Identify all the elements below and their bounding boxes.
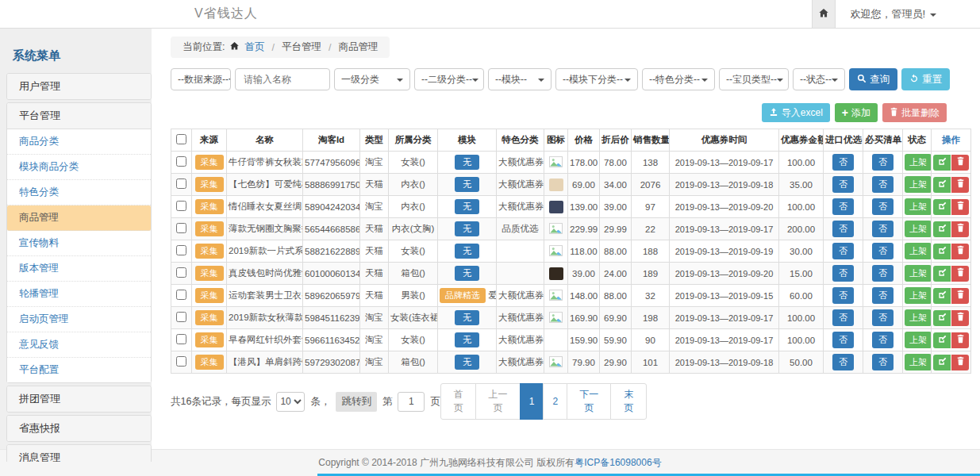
- module-badge[interactable]: 品牌精选: [440, 288, 486, 303]
- edit-button[interactable]: [933, 310, 951, 326]
- pagination-button[interactable]: 上一页: [475, 383, 520, 420]
- import-select-toggle[interactable]: 否: [832, 354, 854, 370]
- sidebar-item[interactable]: 启动页管理: [7, 307, 151, 332]
- edit-button[interactable]: [933, 177, 951, 193]
- sidebar-item[interactable]: 平台配置: [7, 358, 151, 382]
- must-buy-toggle[interactable]: 否: [872, 332, 894, 348]
- status-button[interactable]: 上架: [905, 198, 932, 215]
- bulk-delete-button[interactable]: 批量删除: [882, 103, 947, 122]
- sidebar-item[interactable]: 轮播管理: [7, 282, 151, 307]
- user-menu[interactable]: 欢迎您，管理员!: [836, 7, 980, 21]
- edit-button[interactable]: [933, 221, 951, 237]
- name-search-input[interactable]: [235, 68, 330, 90]
- import-select-toggle[interactable]: 否: [832, 309, 854, 326]
- module-badge[interactable]: 无: [455, 310, 479, 325]
- row-checkbox[interactable]: [176, 312, 186, 322]
- filter-select-module[interactable]: --模块--: [488, 68, 551, 90]
- status-button[interactable]: 上架: [905, 265, 932, 282]
- must-buy-toggle[interactable]: 否: [872, 287, 894, 304]
- filter-select-item-type[interactable]: --宝贝类型--: [719, 68, 789, 90]
- module-badge[interactable]: 无: [455, 221, 479, 236]
- pagination-button[interactable]: 首页: [440, 383, 477, 420]
- delete-button[interactable]: [951, 221, 969, 237]
- edit-button[interactable]: [933, 332, 951, 348]
- must-buy-toggle[interactable]: 否: [872, 309, 894, 326]
- breadcrumb-home-link[interactable]: 首页: [244, 40, 264, 54]
- page-size-select[interactable]: 10: [276, 392, 305, 412]
- pagination-button[interactable]: 末页: [610, 383, 647, 420]
- reset-button[interactable]: 重置: [901, 68, 950, 90]
- import-select-toggle[interactable]: 否: [832, 243, 854, 259]
- pagination-button[interactable]: 1: [520, 383, 544, 420]
- must-buy-toggle[interactable]: 否: [872, 354, 894, 370]
- module-badge[interactable]: 无: [455, 244, 479, 259]
- import-select-toggle[interactable]: 否: [832, 265, 854, 282]
- search-button[interactable]: 查询: [849, 68, 897, 90]
- module-badge[interactable]: 无: [455, 266, 479, 281]
- row-checkbox[interactable]: [176, 290, 186, 300]
- row-checkbox[interactable]: [176, 201, 186, 211]
- module-badge[interactable]: 无: [455, 177, 479, 192]
- sidebar-item[interactable]: 宣传物料: [7, 231, 151, 256]
- filter-select-module-sub-category[interactable]: --模块下分类--: [555, 68, 638, 90]
- row-checkbox[interactable]: [176, 356, 186, 367]
- import-select-toggle[interactable]: 否: [832, 198, 854, 215]
- module-badge[interactable]: 无: [455, 155, 479, 170]
- status-button[interactable]: 上架: [905, 176, 932, 193]
- row-checkbox[interactable]: [176, 178, 186, 189]
- filter-select-level2-category[interactable]: --二级分类--: [414, 68, 484, 90]
- must-buy-toggle[interactable]: 否: [872, 243, 894, 259]
- filter-select-feature-category[interactable]: --特色分类--: [642, 68, 715, 90]
- must-buy-toggle[interactable]: 否: [872, 154, 894, 171]
- edit-button[interactable]: [933, 199, 951, 215]
- import-select-toggle[interactable]: 否: [832, 287, 854, 304]
- sidebar-group-header[interactable]: 拼团管理: [7, 386, 151, 412]
- status-button[interactable]: 上架: [905, 332, 932, 348]
- delete-button[interactable]: [951, 355, 969, 370]
- edit-button[interactable]: [933, 244, 951, 259]
- delete-button[interactable]: [951, 332, 969, 348]
- import-select-toggle[interactable]: 否: [832, 332, 854, 348]
- sidebar-item[interactable]: 版本管理: [7, 256, 151, 282]
- status-button[interactable]: 上架: [905, 154, 932, 171]
- jump-to-button[interactable]: 跳转到: [336, 392, 377, 412]
- filter-select-data-source[interactable]: --数据来源--: [171, 68, 231, 90]
- sidebar-item[interactable]: 商品分类: [7, 129, 151, 155]
- must-buy-toggle[interactable]: 否: [872, 265, 894, 282]
- select-all-checkbox[interactable]: [176, 134, 186, 144]
- module-badge[interactable]: 无: [455, 332, 479, 347]
- row-checkbox[interactable]: [176, 267, 186, 278]
- sidebar-group-header[interactable]: 消息管理: [7, 445, 151, 462]
- icp-link[interactable]: 粤ICP备16098006号: [575, 456, 661, 470]
- module-badge[interactable]: 无: [455, 199, 479, 214]
- filter-select-status[interactable]: --状态--: [793, 68, 845, 90]
- delete-button[interactable]: [951, 288, 969, 304]
- jump-page-input[interactable]: [398, 392, 425, 412]
- status-button[interactable]: 上架: [905, 221, 932, 237]
- sidebar-group-header[interactable]: 省惠快报: [7, 416, 151, 441]
- edit-button[interactable]: [933, 155, 951, 171]
- row-checkbox[interactable]: [176, 156, 186, 167]
- sidebar-group-header[interactable]: 平台管理: [7, 103, 151, 129]
- must-buy-toggle[interactable]: 否: [872, 198, 894, 215]
- delete-button[interactable]: [951, 199, 969, 215]
- add-button[interactable]: +添加: [835, 103, 878, 122]
- edit-button[interactable]: [933, 355, 951, 370]
- status-button[interactable]: 上架: [905, 309, 932, 326]
- row-checkbox[interactable]: [176, 334, 186, 344]
- edit-button[interactable]: [933, 288, 951, 304]
- row-checkbox[interactable]: [176, 245, 186, 255]
- row-checkbox[interactable]: [176, 223, 186, 233]
- delete-button[interactable]: [951, 244, 969, 259]
- edit-button[interactable]: [933, 266, 951, 282]
- sidebar-item[interactable]: 意见反馈: [7, 332, 151, 358]
- status-button[interactable]: 上架: [905, 354, 932, 370]
- module-badge[interactable]: 无: [455, 355, 479, 370]
- delete-button[interactable]: [951, 310, 969, 326]
- must-buy-toggle[interactable]: 否: [872, 221, 894, 237]
- status-button[interactable]: 上架: [905, 243, 932, 259]
- sidebar-group-header[interactable]: 用户管理: [7, 74, 151, 99]
- filter-select-level1-category[interactable]: 一级分类: [334, 68, 410, 90]
- sidebar-item[interactable]: 模块商品分类: [7, 155, 151, 180]
- home-button[interactable]: [812, 0, 836, 28]
